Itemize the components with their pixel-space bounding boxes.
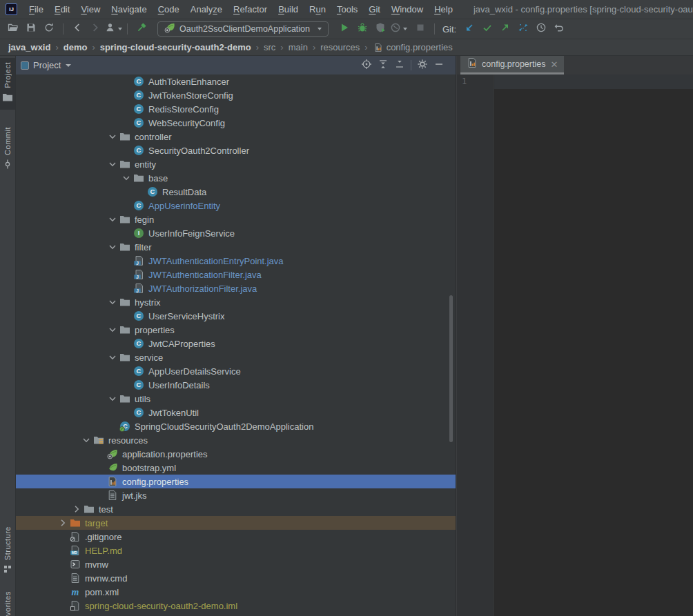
chevron-down-icon[interactable] (106, 159, 119, 170)
tree-item-UserInfoDetails[interactable]: CUserInfoDetails (16, 378, 456, 392)
tree-item-JwtCAProperties[interactable]: CJwtCAProperties (16, 337, 456, 350)
tree-item-JwtTokenStoreConfig[interactable]: CJwtTokenStoreConfig (16, 88, 456, 102)
breadcrumb-item-src[interactable]: src (262, 42, 277, 52)
sidebar-item-structure[interactable]: Structure (0, 522, 15, 582)
menu-item-analyze[interactable]: Analyze (185, 4, 228, 14)
tree-item-JWTAuthenticationEntryPoint.java[interactable]: JJWTAuthenticationEntryPoint.java (16, 254, 456, 268)
save-all-button[interactable] (22, 21, 40, 37)
tree-item-jwt.jks[interactable]: jwt.jks (16, 488, 456, 502)
tree-item-filter[interactable]: filter (16, 240, 456, 254)
tree-item-JwtTokenUtil[interactable]: CJwtTokenUtil (16, 406, 456, 419)
close-icon[interactable]: ✕ (550, 60, 558, 69)
chevron-down-icon[interactable] (119, 172, 133, 183)
git-commit-button[interactable] (478, 21, 496, 37)
git-cherry-pick-button[interactable] (514, 21, 532, 37)
tree-item-config.properties[interactable]: config.properties (16, 475, 456, 488)
expand-all-button[interactable] (375, 57, 391, 74)
chevron-down-icon[interactable] (106, 297, 119, 308)
menu-item-build[interactable]: Build (273, 4, 304, 14)
breadcrumb-item-config.properties[interactable]: config.properties (371, 42, 454, 53)
chevron-down-icon[interactable] (106, 241, 119, 252)
menu-item-window[interactable]: Window (386, 4, 429, 14)
chevron-down-icon[interactable] (106, 214, 119, 225)
tree-item-ResultData[interactable]: CResultData (16, 185, 456, 199)
breadcrumb-item-resources[interactable]: resources (319, 42, 361, 52)
rollback-button[interactable] (550, 21, 568, 37)
tree-item-base[interactable]: base (16, 171, 456, 185)
tree-item-AuthTokenEnhancer[interactable]: CAuthTokenEnhancer (16, 74, 456, 88)
run-configuration-select[interactable]: Oauth2SsoClientDemoApplication (157, 21, 329, 37)
tab-config-properties[interactable]: config.properties ✕ (460, 56, 564, 74)
tree-item-fegin[interactable]: fegin (16, 212, 456, 226)
breadcrumb-item-demo[interactable]: demo (62, 42, 89, 52)
tree-item-SecurityOauth2Controller[interactable]: CSecurityOauth2Controller (16, 143, 456, 157)
tree-item-WebSecurityConfig[interactable]: CWebSecurityConfig (16, 116, 456, 130)
chevron-down-icon[interactable] (106, 393, 119, 404)
chevron-down-icon[interactable] (66, 64, 71, 67)
tree-item-SpringCloudSecurityOauth2DemoApplication[interactable]: CSpringCloudSecurityOauth2DemoApplicatio… (16, 419, 456, 433)
run-button[interactable] (335, 21, 353, 37)
chevron-down-icon[interactable] (106, 352, 119, 363)
tree-item-.gitignore[interactable]: .gitignore (16, 530, 456, 544)
breadcrumb-item-main[interactable]: main (287, 42, 309, 52)
menu-item-refactor[interactable]: Refactor (228, 4, 273, 14)
build-button[interactable] (133, 21, 150, 37)
tree-item-mvnw.cmd[interactable]: mvnw.cmd (16, 571, 456, 585)
tree-item-RedisStoreConfig[interactable]: CRedisStoreConfig (16, 102, 456, 116)
menu-item-tools[interactable]: Tools (331, 4, 363, 14)
debug-button[interactable] (353, 21, 371, 37)
tree-item-application.properties[interactable]: application.properties (16, 447, 456, 461)
scrollbar-thumb[interactable] (449, 295, 453, 442)
menu-item-help[interactable]: Help (429, 4, 458, 14)
user-profile-button[interactable] (104, 21, 122, 37)
tree-item-HELP.md[interactable]: MDHELP.md (16, 544, 456, 557)
coverage-button[interactable] (371, 21, 389, 37)
menu-item-file[interactable]: File (23, 4, 49, 14)
menu-item-edit[interactable]: Edit (49, 4, 75, 14)
sidebar-item-commit[interactable]: Commit (0, 123, 15, 177)
open-button[interactable] (4, 21, 22, 37)
tree-item-spring-cloud-security-oauth2-demo.iml[interactable]: spring-cloud-security-oauth2-demo.iml (16, 599, 456, 613)
menu-item-navigate[interactable]: Navigate (106, 4, 152, 14)
tree-item-hystrix[interactable]: hystrix (16, 295, 456, 309)
menu-item-run[interactable]: Run (304, 4, 331, 14)
tree-item-JWTAuthenticationFilter.java[interactable]: JJWTAuthenticationFilter.java (16, 268, 456, 281)
tree-item-service[interactable]: service (16, 350, 456, 364)
tree-item-mvnw[interactable]: mvnw (16, 557, 456, 571)
tree-item-entity[interactable]: entity (16, 157, 456, 171)
hide-panel-button[interactable] (431, 57, 447, 74)
tree-item-bootstrap.yml[interactable]: bootstrap.yml (16, 461, 456, 475)
profiler-button[interactable] (389, 21, 407, 37)
sidebar-item-project[interactable]: Project (0, 58, 15, 110)
tree-item-AppUserDetailsService[interactable]: CAppUserDetailsService (16, 364, 456, 378)
menu-item-git[interactable]: Git (363, 4, 386, 14)
chevron-down-icon[interactable] (79, 435, 93, 446)
tree-item-resources[interactable]: resources (16, 433, 456, 447)
tree-item-target[interactable]: target (16, 516, 456, 530)
chevron-down-icon[interactable] (106, 131, 119, 142)
panel-settings-button[interactable] (414, 57, 431, 74)
forward-button[interactable] (86, 21, 104, 37)
editor-body[interactable]: 1 (457, 74, 693, 616)
git-push-button[interactable] (496, 21, 514, 37)
tree-item-controller[interactable]: controller (16, 130, 456, 143)
menu-item-view[interactable]: View (75, 4, 106, 14)
tree-item-UserServiceHystrix[interactable]: CUserServiceHystrix (16, 309, 456, 323)
menu-item-code[interactable]: Code (153, 4, 185, 14)
sidebar-item-favorites[interactable]: Favorites (0, 587, 15, 616)
git-update-button[interactable] (460, 21, 478, 37)
tree-item-properties[interactable]: properties (16, 323, 456, 337)
chevron-down-icon[interactable] (106, 324, 119, 335)
tree-item-JWTAuthorizationFilter.java[interactable]: JJWTAuthorizationFilter.java (16, 281, 456, 295)
chevron-right-icon[interactable] (56, 517, 70, 528)
back-button[interactable] (68, 21, 86, 37)
tree-item-pom.xml[interactable]: mpom.xml (16, 585, 456, 599)
stop-button[interactable] (411, 21, 429, 37)
sync-button[interactable] (40, 21, 58, 37)
breadcrumb-item-spring-cloud-security-oauth2-demo[interactable]: spring-cloud-security-oauth2-demo (99, 42, 253, 52)
breadcrumb-item-java_wxid[interactable]: java_wxid (7, 42, 52, 52)
collapse-all-button[interactable] (391, 57, 408, 74)
chevron-right-icon[interactable] (70, 504, 84, 515)
locate-file-button[interactable] (358, 57, 375, 74)
tree-item-AppUserinfoEntity[interactable]: CAppUserinfoEntity (16, 199, 456, 212)
